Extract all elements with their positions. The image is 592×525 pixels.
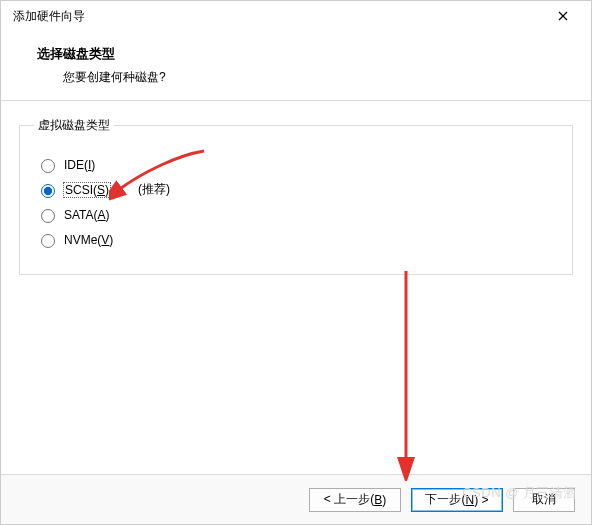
radio-ide-input[interactable] [41,159,55,173]
radio-sata-label: SATA(A) [64,208,110,222]
radio-ide-label: IDE(I) [64,158,95,172]
page-heading: 选择磁盘类型 [37,45,581,63]
radio-sata-input[interactable] [41,209,55,223]
window-title: 添加硬件向导 [13,8,85,25]
close-icon [558,9,568,24]
radio-scsi-label: SCSI(S) [64,183,110,197]
radio-scsi[interactable]: SCSI(S) (推荐) [36,181,558,198]
radio-sata[interactable]: SATA(A) [36,206,558,223]
page-subtext: 您要创建何种磁盘? [63,69,581,86]
next-button[interactable]: 下一步(N) > [411,488,503,512]
radio-scsi-input[interactable] [41,184,55,198]
close-button[interactable] [543,2,583,30]
radio-nvme[interactable]: NVMe(V) [36,231,558,248]
disk-type-group: 虚拟磁盘类型 IDE(I) SCSI(S) (推荐) SATA(A) NVMe(… [19,117,573,275]
back-button[interactable]: < 上一步(B) [309,488,401,512]
radio-nvme-input[interactable] [41,234,55,248]
cancel-button[interactable]: 取消 [513,488,575,512]
annotation-arrow-next [391,271,421,481]
recommended-tag: (推荐) [138,181,170,198]
radio-ide[interactable]: IDE(I) [36,156,558,173]
radio-nvme-label: NVMe(V) [64,233,113,247]
group-legend: 虚拟磁盘类型 [34,117,114,134]
